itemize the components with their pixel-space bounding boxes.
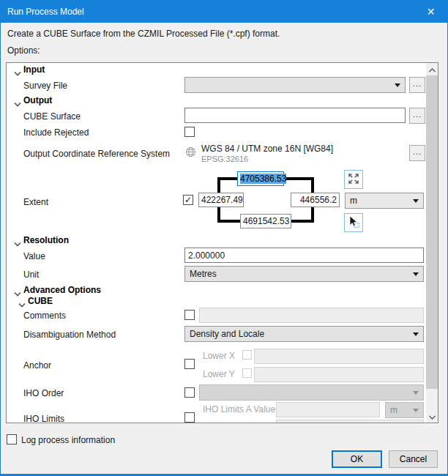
anchor-lower-x-input: [254, 349, 424, 364]
pointer-select-icon: [346, 215, 361, 231]
comments-checkbox[interactable]: [184, 310, 195, 320]
extent-unit-value: m: [350, 196, 357, 206]
anchor-label: Anchor: [23, 360, 51, 371]
cube-surface-label: CUBE Surface: [23, 111, 81, 122]
ok-button[interactable]: OK: [332, 450, 382, 468]
crs-label: Output Coordinate Reference System: [23, 149, 170, 159]
crs-browse-button[interactable]: ...: [409, 145, 425, 161]
collapse-cube-icon[interactable]: [18, 300, 26, 310]
extent-south-value: 4691542.53: [243, 216, 289, 226]
iho-limits-label: IHO Limits: [23, 414, 64, 423]
chevron-down-icon: [395, 83, 400, 87]
extent-checkbox[interactable]: ✓: [183, 195, 193, 205]
cancel-button[interactable]: Cancel: [389, 450, 438, 468]
resolution-value-label: Value: [23, 251, 45, 261]
chevron-down-icon: [413, 272, 419, 276]
chevron-down-icon: [429, 412, 436, 422]
iho-limits-unit-select: m: [385, 402, 424, 418]
cube-surface-input[interactable]: [184, 108, 406, 123]
resolution-unit-label: Unit: [23, 269, 39, 280]
close-icon: ✕: [427, 6, 436, 18]
zoom-extent-button[interactable]: [344, 170, 363, 189]
section-output[interactable]: Output: [23, 95, 52, 105]
cube-surface-browse-button[interactable]: ...: [409, 108, 425, 124]
disambiguation-method-value: Density and Locale: [190, 329, 264, 339]
expand-arrows-icon: [347, 172, 360, 187]
iho-limits-b-label: IHO Limits B Value: [203, 421, 276, 423]
crs-epsg: EPSG:32616: [201, 155, 248, 163]
anchor-lower-y-label: Lower Y: [203, 369, 235, 379]
resolution-unit-select[interactable]: Metres: [184, 266, 424, 282]
iho-limits-unit-value: m: [390, 405, 397, 415]
iho-order-select: [199, 384, 424, 401]
include-rejected-checkbox[interactable]: [184, 127, 195, 137]
checkmark-icon: ✓: [184, 196, 192, 204]
extent-north-value: 4705386.53: [240, 174, 286, 184]
iho-limits-checkbox[interactable]: [184, 412, 195, 423]
anchor-lower-y-input: [254, 367, 424, 382]
anchor-lower-x-label: Lower X: [203, 351, 235, 361]
titlebar: Run Process Model ✕: [1, 1, 447, 23]
section-resolution[interactable]: Resolution: [23, 235, 69, 245]
iho-order-checkbox[interactable]: [184, 387, 195, 398]
collapse-resolution-icon[interactable]: [14, 239, 21, 249]
panel-scrollbar[interactable]: [426, 63, 438, 423]
survey-file-select[interactable]: [184, 77, 406, 93]
log-process-label: Log process information: [21, 435, 115, 445]
section-advanced-options[interactable]: Advanced Options: [23, 285, 101, 295]
disambiguation-method-label: Disambiguation Method: [23, 330, 116, 340]
options-panel: Input Survey File ... Output CUBE Surfac…: [6, 62, 438, 423]
extent-west-field[interactable]: 422267.49: [198, 193, 244, 207]
globe-icon: [185, 146, 196, 160]
options-label: Options:: [7, 45, 40, 56]
resolution-unit-value: Metres: [190, 269, 217, 279]
extent-east-value: 446556.2: [300, 195, 337, 205]
close-button[interactable]: ✕: [414, 1, 447, 23]
scroll-up-button[interactable]: [426, 63, 438, 75]
extent-unit-select[interactable]: m: [345, 193, 424, 209]
disambiguation-method-select[interactable]: Density and Locale: [184, 326, 424, 342]
chevron-down-icon: [413, 199, 419, 203]
section-input[interactable]: Input: [23, 64, 45, 75]
iho-order-label: IHO Order: [23, 388, 64, 398]
log-process-checkbox[interactable]: [7, 434, 17, 445]
window-title: Run Process Model: [1, 7, 84, 17]
resolution-value-input[interactable]: [184, 248, 424, 263]
crs-value: WGS 84 / UTM zone 16N [WG84]: [201, 144, 333, 154]
anchor-checkbox[interactable]: [184, 359, 195, 369]
comments-label: Comments: [23, 310, 66, 321]
extent-north-field[interactable]: 4705386.53: [237, 171, 284, 186]
chevron-up-icon: [429, 64, 436, 75]
run-process-model-dialog: Run Process Model ✕ Create a CUBE Surfac…: [0, 0, 448, 476]
chevron-down-icon: [413, 332, 419, 336]
extent-west-value: 422267.49: [201, 195, 243, 205]
survey-file-browse-button[interactable]: ...: [409, 77, 425, 93]
pick-extent-button[interactable]: [344, 213, 363, 232]
include-rejected-label: Include Rejected: [23, 127, 89, 138]
iho-limits-a-input: [276, 402, 380, 417]
section-cube[interactable]: CUBE: [28, 296, 53, 306]
dialog-description: Create a CUBE Surface from the CZMIL Pro…: [7, 29, 280, 39]
anchor-lower-x-checkbox: [242, 350, 252, 360]
extent-label: Extent: [23, 197, 48, 207]
iho-limits-b-input: [276, 420, 424, 423]
scroll-down-button[interactable]: [426, 410, 438, 423]
survey-file-label: Survey File: [23, 81, 67, 91]
extent-south-field[interactable]: 4691542.53: [240, 214, 291, 228]
chevron-down-icon: [413, 409, 419, 412]
collapse-output-icon[interactable]: [14, 99, 21, 109]
scrollbar-thumb[interactable]: [426, 75, 438, 389]
comments-input: [199, 308, 424, 323]
extent-east-field[interactable]: 446556.2: [291, 193, 340, 207]
chevron-down-icon: [413, 391, 419, 395]
anchor-lower-y-checkbox: [242, 368, 252, 378]
collapse-input-icon[interactable]: [14, 68, 21, 78]
collapse-advanced-icon[interactable]: [14, 289, 21, 299]
iho-limits-a-label: IHO Limits A Value: [203, 404, 275, 414]
